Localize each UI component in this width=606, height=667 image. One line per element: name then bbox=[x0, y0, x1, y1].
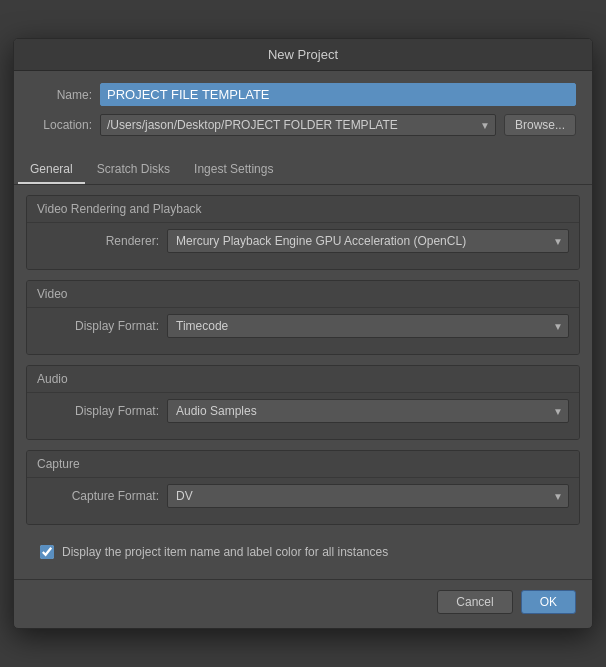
video-rendering-body: Renderer: Mercury Playback Engine GPU Ac… bbox=[27, 223, 579, 269]
ok-button[interactable]: OK bbox=[521, 590, 576, 614]
location-text[interactable]: /Users/jason/Desktop/PROJECT FOLDER TEMP… bbox=[100, 114, 496, 136]
video-section: Video Display Format: Timecode Frames Fe… bbox=[26, 280, 580, 355]
location-wrapper: /Users/jason/Desktop/PROJECT FOLDER TEMP… bbox=[100, 114, 496, 136]
capture-format-select[interactable]: DV HDV bbox=[167, 484, 569, 508]
capture-body: Capture Format: DV HDV ▼ bbox=[27, 478, 579, 524]
location-row: Location: /Users/jason/Desktop/PROJECT F… bbox=[30, 114, 576, 136]
tabs-bar: General Scratch Disks Ingest Settings bbox=[14, 156, 592, 185]
audio-title: Audio bbox=[27, 366, 579, 392]
new-project-dialog: New Project Name: Location: /Users/jason… bbox=[13, 38, 593, 629]
renderer-row: Renderer: Mercury Playback Engine GPU Ac… bbox=[37, 229, 569, 253]
dialog-title: New Project bbox=[268, 47, 338, 62]
tab-scratch-disks[interactable]: Scratch Disks bbox=[85, 156, 182, 184]
video-rendering-section: Video Rendering and Playback Renderer: M… bbox=[26, 195, 580, 270]
audio-body: Display Format: Audio Samples Millisecon… bbox=[27, 393, 579, 439]
checkbox-row: Display the project item name and label … bbox=[26, 535, 580, 569]
audio-format-select-wrapper: Audio Samples Milliseconds ▼ bbox=[167, 399, 569, 423]
footer: Cancel OK bbox=[14, 579, 592, 628]
name-input[interactable] bbox=[100, 83, 576, 106]
video-display-format-label: Display Format: bbox=[37, 319, 167, 333]
tab-ingest-settings[interactable]: Ingest Settings bbox=[182, 156, 285, 184]
location-label: Location: bbox=[30, 118, 100, 132]
capture-title: Capture bbox=[27, 451, 579, 477]
label-color-checkbox[interactable] bbox=[40, 545, 54, 559]
renderer-select[interactable]: Mercury Playback Engine GPU Acceleration… bbox=[167, 229, 569, 253]
video-title: Video bbox=[27, 281, 579, 307]
capture-format-row: Capture Format: DV HDV ▼ bbox=[37, 484, 569, 508]
browse-button[interactable]: Browse... bbox=[504, 114, 576, 136]
audio-section: Audio Display Format: Audio Samples Mill… bbox=[26, 365, 580, 440]
title-bar: New Project bbox=[14, 39, 592, 71]
renderer-label: Renderer: bbox=[37, 234, 167, 248]
video-display-format-select[interactable]: Timecode Frames Feet + Frames Seconds bbox=[167, 314, 569, 338]
audio-display-format-label: Display Format: bbox=[37, 404, 167, 418]
label-color-checkbox-label: Display the project item name and label … bbox=[62, 545, 388, 559]
video-body: Display Format: Timecode Frames Feet + F… bbox=[27, 308, 579, 354]
name-row: Name: bbox=[30, 83, 576, 106]
form-area: Name: Location: /Users/jason/Desktop/PRO… bbox=[14, 71, 592, 156]
capture-format-select-wrapper: DV HDV ▼ bbox=[167, 484, 569, 508]
content-area: Video Rendering and Playback Renderer: M… bbox=[14, 195, 592, 579]
video-format-select-wrapper: Timecode Frames Feet + Frames Seconds ▼ bbox=[167, 314, 569, 338]
tab-general[interactable]: General bbox=[18, 156, 85, 184]
capture-section: Capture Capture Format: DV HDV ▼ bbox=[26, 450, 580, 525]
audio-display-format-select[interactable]: Audio Samples Milliseconds bbox=[167, 399, 569, 423]
audio-display-format-row: Display Format: Audio Samples Millisecon… bbox=[37, 399, 569, 423]
video-rendering-title: Video Rendering and Playback bbox=[27, 196, 579, 222]
name-label: Name: bbox=[30, 88, 100, 102]
video-display-format-row: Display Format: Timecode Frames Feet + F… bbox=[37, 314, 569, 338]
renderer-select-wrapper: Mercury Playback Engine GPU Acceleration… bbox=[167, 229, 569, 253]
cancel-button[interactable]: Cancel bbox=[437, 590, 512, 614]
capture-format-label: Capture Format: bbox=[37, 489, 167, 503]
